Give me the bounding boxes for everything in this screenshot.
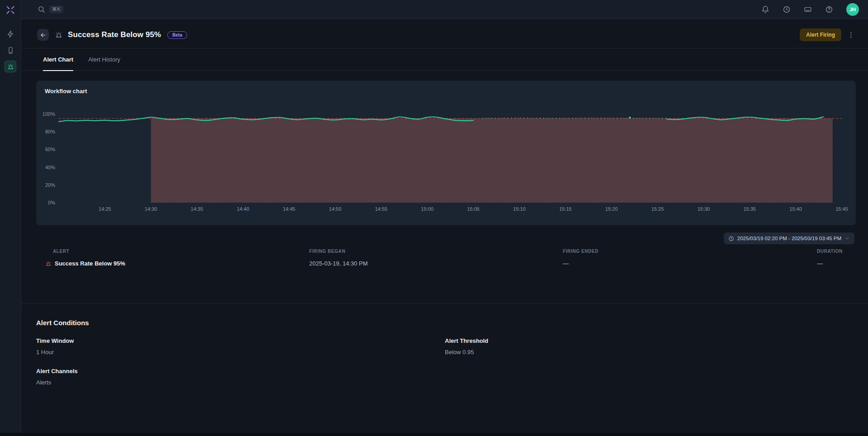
duration-value: — [817,260,854,267]
firing-began-value: 2025-03-19, 14:30 PM [309,260,563,267]
arrow-left-icon [40,32,47,38]
svg-text:15:00: 15:00 [421,206,434,212]
svg-text:15:40: 15:40 [789,206,802,212]
svg-text:0%: 0% [48,200,55,205]
bell-icon [761,5,769,14]
notifications-button[interactable] [761,5,769,14]
app-root: ⌘K JH [0,0,868,436]
column-duration: DURATION [817,249,854,254]
alarm-siren-icon [7,63,14,71]
keyboard-icon [804,5,812,14]
svg-text:15:05: 15:05 [467,206,480,212]
help-circle-icon [825,5,833,14]
date-range-picker[interactable]: 2025/03/19 02:20 PM - 2025/03/19 03:45 P… [724,232,854,244]
page-header: Success Rate Below 95% Beta Alert Firing [21,19,868,48]
more-options-button[interactable] [846,29,856,41]
section-title: Alert Conditions [36,319,832,327]
svg-text:20%: 20% [45,182,55,188]
alert-type-icon [55,31,63,39]
topbar: ⌘K JH [21,0,868,19]
svg-text:14:25: 14:25 [99,206,111,212]
column-firing-began: FIRING BEGAN [309,249,563,254]
column-alert: ALERT [45,249,309,254]
svg-text:14:50: 14:50 [329,206,342,212]
svg-text:14:45: 14:45 [283,206,296,212]
svg-text:15:15: 15:15 [559,206,572,212]
workflow-chart-plot: 0%20%40%60%80%100%14:2514:3014:3514:4014… [36,81,856,225]
svg-text:14:40: 14:40 [237,206,250,212]
svg-text:100%: 100% [42,111,55,117]
column-firing-ended: FIRING ENDED [563,249,817,254]
firing-table-header: ALERT FIRING BEGAN FIRING ENDED DURATION [45,249,854,254]
svg-text:15:10: 15:10 [513,206,526,212]
svg-text:15:25: 15:25 [651,206,664,212]
global-search[interactable]: ⌘K [38,5,63,13]
window-edge [0,433,868,436]
firing-ended-value: — [563,260,817,267]
sidebar [0,0,21,433]
table-row[interactable]: Success Rate Below 95% 2025-03-19, 14:30… [45,260,854,267]
search-shortcut-badge: ⌘K [49,5,63,13]
svg-text:80%: 80% [45,129,55,134]
condition-alert-channels: Alert Channels Alerts [36,368,445,386]
svg-text:40%: 40% [45,165,55,170]
inngest-logo-icon[interactable] [5,5,16,15]
sidebar-item-apps[interactable] [5,44,16,56]
svg-text:15:20: 15:20 [605,206,618,212]
alert-status-badge: Alert Firing [800,28,841,41]
alarm-siren-red-icon [45,261,52,267]
alert-conditions-section: Alert Conditions Time Window 1 Hour Aler… [36,319,832,386]
svg-text:60%: 60% [45,147,55,152]
svg-text:15:45: 15:45 [835,206,848,212]
svg-text:14:30: 14:30 [145,206,157,212]
date-range-label: 2025/03/19 02:20 PM - 2025/03/19 03:45 P… [737,236,841,241]
history-button[interactable] [783,5,791,14]
clock-icon [728,236,734,242]
search-icon [38,5,45,13]
clock-icon [783,5,791,14]
svg-text:14:55: 14:55 [375,206,387,212]
sidebar-item-functions[interactable] [5,28,16,40]
condition-time-window: Time Window 1 Hour [36,337,445,355]
chevron-down-icon [844,236,850,241]
svg-text:14:35: 14:35 [191,206,203,212]
avatar[interactable]: JH [846,3,859,16]
section-divider [21,303,868,304]
shortcuts-button[interactable] [804,5,812,14]
tab-bar: Alert Chart Alert History [21,48,868,71]
tab-alert-chart[interactable]: Alert Chart [43,48,73,71]
kebab-menu-icon [847,31,855,39]
mobile-device-icon [7,47,14,54]
alert-name: Success Rate Below 95% [55,260,125,267]
page-title: Success Rate Below 95% [68,30,161,39]
back-button[interactable] [37,29,49,41]
workflow-chart-card: Workflow chart 0%20%40%60%80%100%14:2514… [36,81,856,225]
tab-alert-history[interactable]: Alert History [88,48,120,71]
beta-badge: Beta [167,31,187,39]
condition-alert-threshold: Alert Threshold Below 0.95 [445,337,832,355]
sidebar-item-alerts[interactable] [5,61,16,72]
firing-table: ALERT FIRING BEGAN FIRING ENDED DURATION… [45,249,854,267]
lightning-bolt-icon [7,30,14,38]
svg-text:15:35: 15:35 [743,206,756,212]
svg-text:15:30: 15:30 [698,206,710,212]
help-button[interactable] [825,5,833,14]
